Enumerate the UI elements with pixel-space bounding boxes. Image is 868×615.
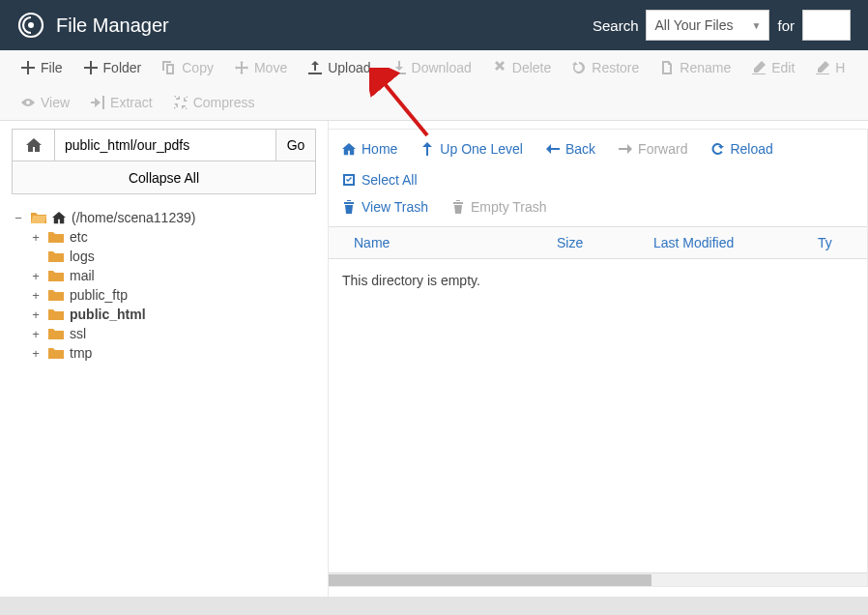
expand-icon[interactable]: + [29, 308, 43, 322]
sidebar: Go Collapse All − (/home/scena11239) +et… [0, 121, 329, 597]
plus-icon [21, 61, 35, 74]
plus-icon [84, 61, 98, 74]
nav-forward-button[interactable]: Forward [609, 135, 697, 162]
tree-item-label: public_html [70, 307, 146, 322]
content-pane: Home Up One Level Back Forward Reload [329, 129, 868, 587]
table-body: This directory is empty. [329, 259, 867, 572]
extract-icon [91, 96, 104, 109]
expand-icon[interactable]: + [29, 288, 43, 303]
path-input[interactable] [54, 129, 275, 161]
trash-icon [451, 200, 465, 214]
upload-icon [308, 61, 322, 74]
reload-icon [710, 142, 724, 156]
tree-root[interactable]: − (/home/scena11239) [12, 208, 316, 227]
back-arrow-icon [546, 142, 560, 156]
tree-item-label: logs [70, 249, 95, 264]
delete-icon [493, 61, 506, 74]
svg-point-1 [28, 22, 34, 28]
edit-icon [816, 61, 829, 74]
rename-button[interactable]: Rename [651, 56, 740, 79]
tree-item-label: mail [70, 268, 95, 283]
go-button[interactable]: Go [275, 129, 316, 161]
new-folder-button[interactable]: Folder [74, 56, 152, 79]
download-icon [392, 61, 406, 74]
th-type[interactable]: Ty [818, 235, 855, 250]
tree-item[interactable]: +public_ftp [29, 285, 316, 305]
tree-item[interactable]: logs [29, 247, 316, 266]
app-title: File Manager [56, 15, 169, 37]
tree-item[interactable]: +mail [29, 266, 316, 285]
search-type-select[interactable]: All Your Files ▼ [646, 10, 769, 41]
compress-button[interactable]: Compress [164, 91, 265, 114]
nav-up-button[interactable]: Up One Level [411, 135, 533, 162]
path-row: Go [12, 129, 316, 161]
delete-button[interactable]: Delete [483, 56, 561, 79]
tree-item-label: tmp [70, 345, 92, 361]
horizontal-scrollbar[interactable] [329, 572, 867, 586]
download-button[interactable]: Download [383, 56, 481, 79]
move-button[interactable]: Move [225, 56, 297, 79]
rename-icon [660, 61, 674, 74]
tree-item-label: etc [70, 229, 88, 245]
collapse-icon[interactable]: − [12, 211, 25, 225]
folder-tree: − (/home/scena11239) +etclogs+mail+publi… [12, 208, 316, 587]
expand-icon[interactable]: + [29, 230, 43, 245]
new-file-button[interactable]: File [12, 56, 72, 79]
cpanel-logo [17, 12, 44, 39]
eye-icon [21, 96, 35, 109]
home-icon [342, 142, 356, 156]
check-icon [342, 173, 356, 187]
nav-back-button[interactable]: Back [536, 135, 605, 162]
tree-item[interactable]: +public_html [29, 305, 316, 324]
search-input[interactable] [802, 10, 851, 41]
table-header: Name Size Last Modified Ty [329, 226, 867, 259]
home-icon [52, 211, 66, 224]
expand-icon[interactable]: + [29, 346, 43, 361]
search-for-label: for [777, 17, 795, 34]
empty-trash-button[interactable]: Empty Trash [442, 193, 557, 220]
copy-button[interactable]: Copy [153, 56, 223, 79]
home-icon [26, 137, 42, 153]
edit-icon [752, 61, 766, 74]
view-trash-button[interactable]: View Trash [333, 193, 438, 220]
footer-stripe [0, 597, 868, 615]
select-all-button[interactable]: Select All [333, 166, 427, 193]
forward-arrow-icon [619, 142, 632, 156]
restore-icon [572, 61, 586, 74]
folder-icon [48, 269, 64, 282]
tree-children: +etclogs+mail+public_ftp+public_html+ssl… [29, 227, 316, 363]
th-size[interactable]: Size [557, 235, 653, 250]
folder-icon [48, 346, 64, 360]
edit-button[interactable]: Edit [742, 56, 804, 79]
tree-item[interactable]: +tmp [29, 343, 316, 363]
nav-reload-button[interactable]: Reload [701, 135, 782, 162]
search-type-value: All Your Files [654, 17, 733, 33]
move-icon [235, 61, 248, 74]
folder-open-icon [31, 211, 46, 224]
compress-icon [174, 96, 188, 109]
extract-button[interactable]: Extract [81, 91, 162, 114]
th-last-modified[interactable]: Last Modified [653, 235, 818, 250]
view-button[interactable]: View [12, 91, 79, 114]
folder-icon [48, 288, 64, 302]
tree-root-label: (/home/scena11239) [72, 210, 195, 225]
expand-icon[interactable]: + [29, 269, 43, 283]
restore-button[interactable]: Restore [563, 56, 649, 79]
main-area: Go Collapse All − (/home/scena11239) +et… [0, 121, 868, 597]
expand-icon[interactable]: + [29, 327, 43, 341]
upload-button[interactable]: Upload [299, 56, 380, 79]
search-label: Search [593, 17, 639, 34]
empty-message: This directory is empty. [342, 273, 480, 288]
html-editor-button[interactable]: H [806, 56, 854, 79]
scrollbar-thumb[interactable] [329, 574, 651, 586]
up-arrow-icon [420, 142, 434, 156]
tree-item-label: public_ftp [70, 287, 128, 303]
folder-icon [48, 308, 64, 321]
folder-icon [48, 249, 64, 263]
tree-item[interactable]: +ssl [29, 324, 316, 343]
home-button[interactable] [12, 129, 54, 161]
tree-item[interactable]: +etc [29, 227, 316, 247]
nav-home-button[interactable]: Home [333, 135, 407, 162]
collapse-all-button[interactable]: Collapse All [12, 161, 316, 194]
th-name[interactable]: Name [354, 235, 557, 250]
